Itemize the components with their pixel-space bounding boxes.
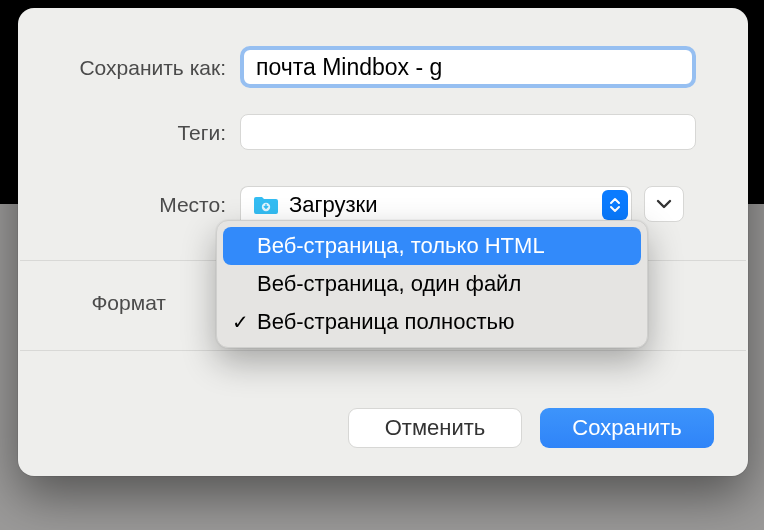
dialog-footer: Отменить Сохранить: [18, 408, 748, 448]
save-dialog: Сохранить как: Теги: Место: Загрузки: [18, 8, 748, 476]
where-folder-name: Загрузки: [289, 192, 378, 218]
tags-label: Теги:: [18, 122, 240, 143]
chevron-down-icon: [656, 199, 672, 209]
format-label: Формат: [18, 292, 180, 313]
separator: [20, 350, 746, 351]
format-option[interactable]: Веб-страница, только HTML: [223, 227, 641, 265]
format-option[interactable]: ✓ Веб-страница полностью: [223, 303, 641, 341]
expand-location-button[interactable]: [644, 186, 684, 222]
where-select[interactable]: Загрузки: [240, 186, 632, 222]
cancel-button[interactable]: Отменить: [348, 408, 522, 448]
save-as-row: Сохранить как:: [18, 46, 748, 88]
checkmark-icon: ✓: [232, 310, 249, 334]
format-option-label: Веб-страница, только HTML: [257, 233, 545, 259]
where-row: Место: Загрузки: [18, 186, 748, 222]
updown-stepper-icon: [602, 190, 628, 220]
tags-input[interactable]: [240, 114, 696, 150]
save-button[interactable]: Сохранить: [540, 408, 714, 448]
format-option-label: Веб-страница, один файл: [257, 271, 521, 297]
format-option[interactable]: Веб-страница, один файл: [223, 265, 641, 303]
filename-field-wrap[interactable]: [240, 46, 696, 88]
downloads-folder-icon: [253, 195, 279, 215]
tags-row: Теги:: [18, 114, 748, 150]
where-label: Место:: [18, 194, 240, 215]
format-dropdown: Веб-страница, только HTML Веб-страница, …: [216, 220, 648, 348]
format-option-label: Веб-страница полностью: [257, 309, 514, 335]
filename-input[interactable]: [256, 54, 680, 81]
save-as-label: Сохранить как:: [18, 57, 240, 78]
